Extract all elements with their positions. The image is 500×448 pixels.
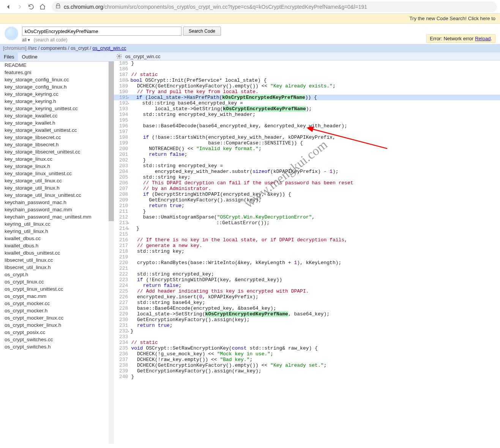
code-line[interactable]: 201 return false; <box>114 152 500 157</box>
file-item[interactable]: os_crypt_switches.h <box>0 343 114 350</box>
file-item[interactable]: key_storage_util_linux.h <box>0 184 114 192</box>
scrollbar-thumb[interactable] <box>109 62 114 221</box>
file-item[interactable]: key_storage_libsecret.h <box>0 141 114 148</box>
forward-button[interactable] <box>14 2 25 12</box>
line-number[interactable]: 208 <box>114 192 131 197</box>
file-item[interactable]: os_crypt_mac.mm <box>0 293 114 300</box>
line-number[interactable]: 190 <box>114 89 131 95</box>
code-line[interactable]: 220 crypto::RandBytes(base::WriteInto(&k… <box>114 260 500 266</box>
code-line[interactable]: 230 GetEncryptionKeyFactory().assign(key… <box>114 317 500 323</box>
file-item[interactable]: os_crypt_linux.cc <box>0 278 114 285</box>
file-item[interactable]: README <box>0 62 114 69</box>
tab-files[interactable]: Files <box>0 52 18 61</box>
code-line[interactable]: 215 <box>114 231 500 237</box>
code-line[interactable]: 238 DCHECK(GetEncryptionKeyFactory().emp… <box>114 363 500 368</box>
line-number[interactable]: 212 <box>114 214 131 220</box>
line-number[interactable]: 236 <box>114 351 131 357</box>
code-scroll[interactable]: 185}186187// static188▸bool OSCrypt::Ini… <box>114 60 500 444</box>
code-line[interactable]: 194 std::string encrypted_key_with_heade… <box>114 112 500 117</box>
search-input[interactable] <box>22 27 181 36</box>
file-item[interactable]: key_storage_keyring_unittest.cc <box>0 105 114 112</box>
code-line[interactable]: 188▸bool OSCrypt::Init(PrefService* loca… <box>114 78 500 83</box>
code-line[interactable]: 205 std::string key; <box>114 174 500 180</box>
code-line[interactable]: 196 base::Base64Decode(base64_encrypted_… <box>114 123 500 129</box>
file-item[interactable]: key_storage_linux.cc <box>0 155 114 163</box>
line-number[interactable]: 215 <box>114 231 131 237</box>
back-button[interactable] <box>3 2 14 12</box>
line-number[interactable]: 219 <box>114 254 131 260</box>
line-number[interactable]: 211 <box>114 209 131 214</box>
line-number[interactable]: 226 <box>114 294 131 300</box>
code-line[interactable]: 202 } <box>114 157 500 163</box>
file-item[interactable]: keychain_password_mac.mm <box>0 206 114 213</box>
file-item[interactable]: os_crypt_mocker.cc <box>0 300 114 307</box>
file-item[interactable]: keyring_util_linux.cc <box>0 220 114 228</box>
code-line[interactable]: 190 // Try and pull the key from local s… <box>114 89 500 95</box>
crumb-project[interactable]: [chromium] <box>3 46 27 51</box>
code-line[interactable]: 232▸} <box>114 328 500 334</box>
settings-icon[interactable] <box>116 53 122 59</box>
line-number[interactable]: 225 <box>114 288 131 294</box>
file-item[interactable]: os_crypt_mocker.h <box>0 307 114 314</box>
line-number[interactable]: 229 <box>114 311 131 317</box>
line-number[interactable]: 233 <box>114 334 131 340</box>
file-item[interactable]: os_crypt_mocker_linux.h <box>0 321 114 329</box>
code-line[interactable]: 187// static <box>114 72 500 78</box>
code-line[interactable]: 236 DCHECK(!g_use_mock_key) << "Mock key… <box>114 351 500 357</box>
code-line[interactable]: 207 // by an Administrator. <box>114 186 500 192</box>
file-item[interactable]: os_crypt_switches.cc <box>0 336 114 343</box>
code-line[interactable]: 214▸ } <box>114 226 500 231</box>
line-number[interactable]: 239 <box>114 368 131 374</box>
code-line[interactable]: 195 <box>114 117 500 123</box>
code-line[interactable]: 240} <box>114 374 500 380</box>
file-item[interactable]: key_storage_util_linux.cc <box>0 177 114 184</box>
file-item[interactable]: key_storage_linux_unittest.cc <box>0 170 114 177</box>
line-number[interactable]: 202 <box>114 157 131 163</box>
file-item[interactable]: keychain_password_mac_unittest.mm <box>0 213 114 220</box>
file-list[interactable]: READMEfeatures.gnikey_storage_config_lin… <box>0 62 114 444</box>
code-line[interactable]: 219 <box>114 254 500 260</box>
search-scope[interactable]: all ▾ (search all code) <box>22 37 221 43</box>
tab-outline[interactable]: Outline <box>18 52 41 61</box>
code-line[interactable]: 234// static <box>114 340 500 345</box>
file-item[interactable]: key_storage_kwallet_unittest.cc <box>0 127 114 134</box>
line-number[interactable]: 220 <box>114 260 131 266</box>
code-line[interactable]: 213▸ ::GetLastError()); <box>114 220 500 226</box>
file-item[interactable]: kwallet_dbus.cc <box>0 235 114 242</box>
line-number[interactable]: 218 <box>114 249 131 254</box>
line-number[interactable]: 227 <box>114 300 131 306</box>
code-line[interactable]: 217 // generate a new key. <box>114 243 500 249</box>
code-line[interactable]: 212 base::UmaHistogramSparse("OSCrypt.Wi… <box>114 214 500 220</box>
code-line[interactable]: 216 // If there is no key in the local s… <box>114 237 500 243</box>
line-number[interactable]: 185 <box>114 60 131 66</box>
code-line[interactable]: 227 std::string base64_key; <box>114 300 500 306</box>
line-number[interactable]: 200 <box>114 146 131 152</box>
code-line[interactable]: 193 local_state->GetString(kOsCryptEncry… <box>114 106 500 112</box>
file-item[interactable]: kwallet_dbus.h <box>0 242 114 249</box>
code-line[interactable]: 225 // Add header indicating this key is… <box>114 288 500 294</box>
line-number[interactable]: 197 <box>114 129 131 135</box>
file-item[interactable]: libsecret_util_linux.cc <box>0 256 114 264</box>
file-item[interactable]: os_crypt_posix.cc <box>0 329 114 336</box>
file-item[interactable]: kwallet_dbus_unittest.cc <box>0 249 114 256</box>
file-item[interactable]: key_storage_kwallet.cc <box>0 112 114 119</box>
line-number[interactable]: 230 <box>114 317 131 323</box>
code-line[interactable]: 192▸ std::string base64_encrypted_key = <box>114 100 500 106</box>
code-line[interactable]: 186 <box>114 66 500 72</box>
code-line[interactable]: 191▸ if (local_state->HasPrefPath(kOsCry… <box>114 95 500 100</box>
line-number[interactable]: 201 <box>114 152 131 157</box>
line-number[interactable]: 189 <box>114 83 131 89</box>
file-item[interactable]: keyring_util_linux.h <box>0 228 114 235</box>
info-banner[interactable]: Try the new Code Search! Click here to <box>0 14 500 24</box>
crumb-components[interactable]: components <box>41 46 66 51</box>
code-line[interactable]: 221 <box>114 266 500 271</box>
line-number[interactable]: 240 <box>114 374 131 380</box>
line-number[interactable]: 221 <box>114 266 131 271</box>
search-button[interactable]: Search Code <box>183 27 221 36</box>
line-number[interactable]: 237 <box>114 357 131 363</box>
file-item[interactable]: key_storage_linux.h <box>0 163 114 170</box>
line-number[interactable]: 195 <box>114 117 131 123</box>
line-number[interactable]: 224 <box>114 283 131 288</box>
home-button[interactable] <box>37 2 48 12</box>
code-line[interactable]: 200 NOTREACHED() << "Invalid key format.… <box>114 146 500 152</box>
